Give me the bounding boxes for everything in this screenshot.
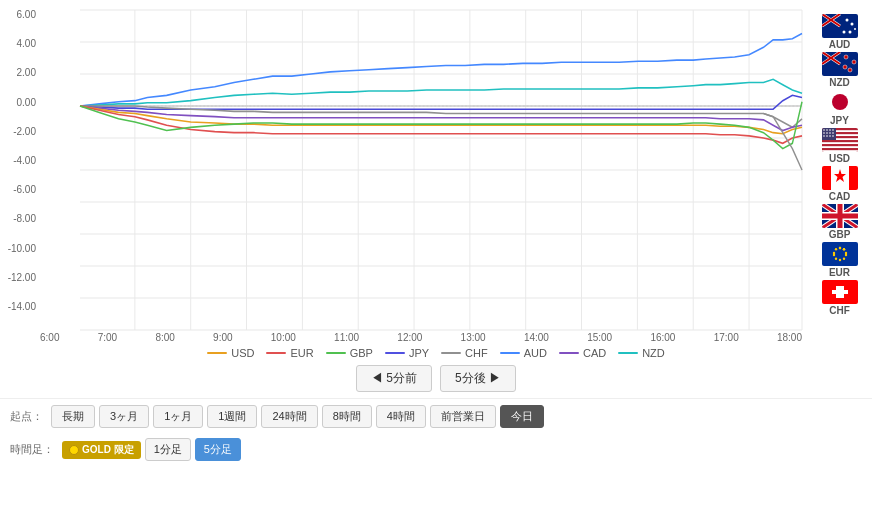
svg-rect-79 [822,214,858,219]
period-btn-choki[interactable]: 長期 [51,405,95,428]
legend-item-aud[interactable]: AUD [822,14,858,50]
period-bar: 起点： 長期 3ヶ月 1ヶ月 1週間 24時間 8時間 4時間 前営業日 今日 [0,398,872,434]
period-btn-8h[interactable]: 8時間 [322,405,372,428]
svg-point-66 [832,135,834,137]
legend-label-chf: CHF [829,305,850,316]
svg-point-32 [850,23,853,26]
svg-point-88 [834,258,836,260]
svg-point-35 [854,28,856,30]
period-btn-4h[interactable]: 4時間 [376,405,426,428]
timeframe-label: 時間足： [10,442,54,457]
flag-usd [822,128,858,152]
svg-point-85 [844,254,846,256]
svg-rect-80 [822,242,858,266]
color-legend-usd: USD [207,347,254,359]
period-btn-1m[interactable]: 1ヶ月 [153,405,203,428]
flag-cad [822,166,858,190]
color-legend-gbp: GBP [326,347,373,359]
eur-line-color [266,352,286,354]
svg-point-43 [848,68,852,72]
period-btn-1w[interactable]: 1週間 [207,405,257,428]
legend-label-gbp: GBP [829,229,851,240]
flag-nzd [822,52,858,76]
svg-point-92 [838,247,840,249]
svg-point-33 [848,31,851,34]
color-legend-eur: EUR [266,347,313,359]
legend-label-jpy: JPY [830,115,849,126]
legend-label-aud: AUD [829,39,851,50]
chf-line-color [441,352,461,354]
legend-label-eur: EUR [829,267,850,278]
chart-wrapper [80,10,802,330]
main-container: 6.00 4.00 2.00 0.00 -2.00 -4.00 -6.00 -8… [0,0,872,508]
tf-btn-1m[interactable]: 1分足 [145,438,191,461]
svg-point-91 [834,248,836,250]
period-btn-3m[interactable]: 3ヶ月 [99,405,149,428]
flag-aud [822,14,858,38]
flag-chf [822,280,858,304]
legend-item-eur[interactable]: EUR [822,242,858,278]
legend-item-nzd[interactable]: NZD [822,52,858,88]
color-legend-jpy: JPY [385,347,429,359]
svg-point-90 [832,252,834,254]
x-axis-labels: 6:00 7:00 8:00 9:00 10:00 11:00 12:00 13… [40,330,802,343]
svg-point-60 [826,132,828,134]
svg-point-58 [832,129,834,131]
period-btn-prev[interactable]: 前営業日 [430,405,496,428]
legend-label-cad: CAD [829,191,851,202]
usd-line-color [207,352,227,354]
chart-area: 6.00 4.00 2.00 0.00 -2.00 -4.00 -6.00 -8… [0,10,872,330]
svg-rect-51 [822,142,858,144]
color-legend-aud: AUD [500,347,547,359]
legend-item-gbp[interactable]: GBP [822,204,858,240]
prev-button[interactable]: ◀ 5分前 [356,365,432,392]
svg-point-34 [842,31,845,34]
legend-panel: AUD NZD [807,10,872,330]
color-legend: USD EUR GBP JPY CHF AUD CAD NZD [0,347,872,359]
flag-gbp [822,204,858,228]
svg-point-57 [829,129,831,131]
svg-rect-53 [822,150,858,152]
legend-label-nzd: NZD [829,77,850,88]
legend-item-usd[interactable]: USD [822,128,858,164]
jpy-line-color [385,352,405,354]
color-legend-nzd: NZD [618,347,665,359]
svg-point-65 [829,135,831,137]
legend-label-usd: USD [829,153,850,164]
period-btn-today[interactable]: 今日 [500,405,544,428]
svg-point-31 [845,19,848,22]
period-label: 起点： [10,409,43,424]
flag-eur [822,242,858,266]
legend-item-jpy[interactable]: JPY [822,90,858,126]
tf-btn-5m[interactable]: 5分足 [195,438,241,461]
svg-point-62 [832,132,834,134]
cad-line-color [559,352,579,354]
svg-point-87 [838,259,840,261]
legend-item-chf[interactable]: CHF [822,280,858,316]
svg-point-61 [829,132,831,134]
svg-point-42 [852,60,856,64]
gold-badge: GOLD 限定 [62,441,141,459]
aud-line-color [500,352,520,354]
svg-rect-52 [822,146,858,148]
period-btn-24h[interactable]: 24時間 [261,405,317,428]
svg-point-41 [844,55,848,59]
gold-circle-icon [69,445,79,455]
svg-point-55 [823,129,825,131]
gbp-line-color [326,352,346,354]
svg-point-86 [842,258,844,260]
svg-rect-69 [849,166,858,190]
y-axis: 6.00 4.00 2.00 0.00 -2.00 -4.00 -6.00 -8… [0,10,40,330]
svg-point-64 [826,135,828,137]
svg-rect-96 [832,290,848,294]
legend-item-cad[interactable]: CAD [822,166,858,202]
nzd-line-color [618,352,638,354]
flag-jpy [822,90,858,114]
svg-point-59 [823,132,825,134]
color-legend-chf: CHF [441,347,488,359]
svg-point-63 [823,135,825,137]
svg-point-56 [826,129,828,131]
svg-point-44 [843,65,847,69]
svg-rect-68 [822,166,831,190]
next-button[interactable]: 5分後 ▶ [440,365,516,392]
